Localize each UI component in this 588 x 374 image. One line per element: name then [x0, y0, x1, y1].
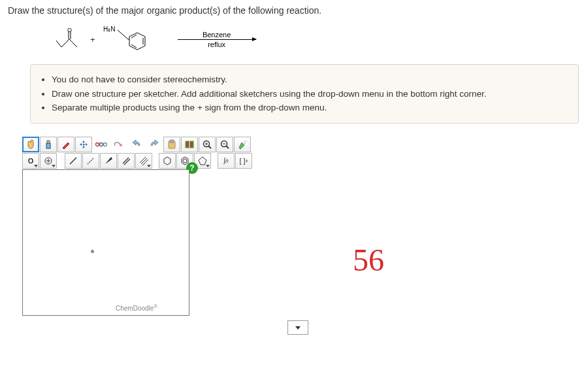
toolbar-row-2: O ∫n [ ]± [22, 153, 297, 169]
question-text: Draw the structure(s) of the major organ… [8, 5, 580, 16]
chain-tool[interactable] [93, 137, 110, 152]
wedge-bond-tool[interactable] [100, 153, 117, 169]
reaction-condition-top: Benzene [203, 31, 231, 39]
svg-marker-8 [129, 33, 145, 50]
erase-tool[interactable] [110, 137, 127, 152]
undo-tool[interactable] [128, 137, 145, 152]
instruction-item: Separate multiple products using the + s… [52, 101, 566, 115]
spacer [153, 153, 158, 169]
sketcher: O ∫n [ ]± ? ChemDoodle® [22, 137, 316, 318]
svg-marker-38 [105, 157, 112, 164]
svg-rect-13 [46, 143, 50, 148]
charge-tool[interactable] [40, 153, 57, 169]
svg-line-37 [88, 158, 94, 164]
atom-label-tool[interactable]: O [22, 153, 39, 169]
chevron-down-icon [295, 326, 301, 330]
svg-line-32 [245, 141, 246, 142]
triple-bond-tool[interactable] [135, 153, 152, 169]
reaction-condition-bottom: reflux [208, 41, 225, 48]
spacer [57, 153, 64, 169]
reaction-arrow [178, 39, 256, 40]
canvas-center-dot [91, 250, 94, 253]
instructions-box: You do not have to consider stereochemis… [30, 64, 579, 124]
svg-marker-47 [199, 157, 206, 165]
svg-line-31 [244, 142, 246, 144]
instruction-item: Draw one structure per sketcher. Add add… [52, 87, 566, 101]
svg-point-16 [96, 143, 99, 146]
hand-tool[interactable] [22, 137, 39, 152]
svg-line-7 [118, 30, 128, 39]
zoom-out-tool[interactable] [216, 137, 233, 152]
handwritten-annotation: 56 [353, 242, 384, 278]
reactant-1-structure: O [54, 26, 84, 52]
svg-line-5 [56, 41, 61, 47]
instruction-item: You do not have to consider stereochemis… [52, 73, 566, 87]
svg-point-19 [120, 144, 122, 146]
svg-point-17 [100, 143, 103, 146]
reactant-2-structure: H₂N [102, 25, 152, 54]
svg-line-36 [70, 158, 76, 164]
hexagon-tool[interactable] [159, 153, 176, 169]
svg-line-4 [69, 39, 77, 47]
dotted-bond-tool[interactable] [82, 153, 99, 169]
plus-sign: + [90, 35, 95, 44]
drawing-canvas[interactable]: ChemDoodle® [22, 169, 189, 316]
svg-line-25 [208, 146, 211, 148]
single-bond-tool[interactable] [65, 153, 82, 169]
svg-point-15 [83, 143, 85, 145]
svg-text:O: O [67, 27, 72, 33]
pen-tool[interactable] [57, 137, 74, 152]
book-tool[interactable] [181, 137, 198, 152]
redo-tool[interactable] [146, 137, 163, 152]
chemdoodle-label: ChemDoodle® [116, 304, 157, 312]
svg-point-18 [104, 143, 107, 146]
toolbar-row-1 [22, 137, 297, 152]
zoom-in-tool[interactable] [199, 137, 216, 152]
paste-tool[interactable] [163, 137, 180, 152]
add-sketcher-dropdown[interactable] [287, 320, 308, 335]
svg-line-3 [61, 39, 69, 47]
svg-line-29 [226, 146, 229, 148]
double-bond-tool[interactable] [118, 153, 135, 169]
clean-tool[interactable] [234, 137, 251, 152]
svg-point-46 [183, 159, 187, 163]
svg-rect-21 [170, 140, 174, 143]
spacer [212, 153, 217, 169]
brackets-tool[interactable]: [ ]± [235, 153, 252, 169]
integral-n-tool[interactable]: ∫n [218, 153, 235, 169]
svg-marker-44 [164, 157, 171, 165]
reaction-scheme: O + H₂N Benzene reflux [54, 25, 580, 54]
svg-line-42 [141, 158, 147, 164]
svg-rect-14 [47, 141, 50, 143]
move-tool[interactable] [75, 137, 92, 152]
svg-text:H₂N: H₂N [103, 26, 115, 33]
spray-tool[interactable] [40, 137, 57, 152]
svg-line-41 [140, 157, 146, 163]
